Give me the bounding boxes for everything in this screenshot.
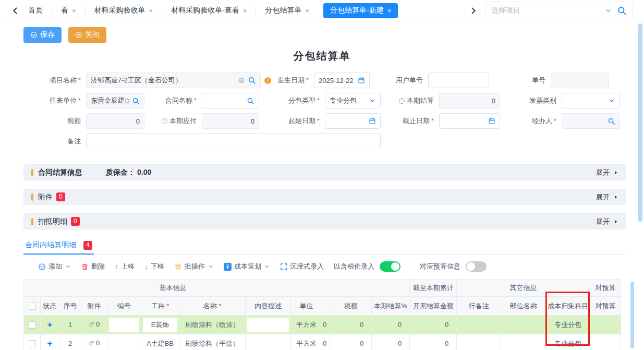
calendar-icon[interactable] bbox=[488, 117, 495, 125]
cell-code[interactable] bbox=[107, 334, 141, 350]
remark-field[interactable] bbox=[86, 134, 381, 149]
invoice-type-select[interactable] bbox=[562, 93, 620, 108]
table-row[interactable]: 1 0 E装饰 刷喷涂料（喷涂） 平方米 0 0 0 0 专业分包 bbox=[24, 316, 621, 334]
section-deduction-detail[interactable]: 扣抵明细 0 展开 bbox=[23, 213, 626, 230]
immersive-entry-button[interactable]: 沉浸式录入 bbox=[280, 262, 324, 271]
cell-name[interactable]: 刷喷涂料（平涂） bbox=[179, 334, 246, 350]
budget-info-toggle[interactable] bbox=[466, 261, 487, 272]
with-tax-toggle[interactable] bbox=[380, 261, 400, 272]
row-checkbox[interactable] bbox=[29, 340, 36, 347]
tab-material-acceptance[interactable]: 材料采购验收单 bbox=[86, 0, 162, 21]
counterparty-field[interactable]: 东营金辰建 bbox=[86, 93, 144, 108]
cell-unit[interactable]: 平方米 bbox=[291, 334, 322, 350]
cell-cost-subject[interactable]: 专业分包 bbox=[546, 334, 590, 350]
table-row[interactable]: 2 0 A土建BB 刷喷涂料（平涂） 平方米 0 0 0 0 专业分包 bbox=[24, 334, 621, 350]
cell-desc-editor[interactable] bbox=[247, 318, 289, 332]
close-icon[interactable] bbox=[72, 7, 76, 14]
question-circle-icon[interactable] bbox=[161, 118, 168, 125]
cell-row-remark[interactable] bbox=[457, 334, 501, 350]
close-icon[interactable] bbox=[387, 7, 392, 14]
close-icon[interactable] bbox=[243, 7, 247, 14]
tab-view-clipped[interactable]: 看 bbox=[52, 0, 85, 21]
section-contract-settlement-info[interactable]: 合同结算信息 质保金：0.00 展开 bbox=[23, 164, 626, 180]
cell-cost-subject[interactable]: 专业分包 bbox=[546, 316, 590, 334]
close-icon[interactable] bbox=[149, 7, 153, 14]
calendar-icon[interactable] bbox=[358, 77, 365, 84]
search-icon[interactable] bbox=[607, 117, 615, 125]
batch-operation-button[interactable]: 批操作 bbox=[174, 262, 214, 271]
search-icon[interactable] bbox=[617, 6, 627, 16]
clear-circle-icon[interactable] bbox=[238, 77, 245, 84]
project-name-field[interactable]: 济邹高速7-2工区（金石公司） bbox=[86, 73, 261, 88]
user-no-field[interactable] bbox=[428, 73, 489, 88]
page-scrollbar[interactable] bbox=[638, 23, 642, 222]
attach-cell[interactable]: 0 bbox=[89, 320, 100, 328]
project-select[interactable]: 选择项目 bbox=[485, 2, 633, 19]
cell-tax[interactable]: 0 bbox=[330, 316, 372, 334]
info-circle-icon[interactable] bbox=[264, 77, 272, 85]
select-all-checkbox[interactable] bbox=[29, 303, 36, 310]
cell-worktype-editor[interactable]: E装饰 bbox=[143, 318, 177, 332]
chevron-left-icon[interactable] bbox=[11, 7, 19, 15]
cell-settle-pct[interactable]: 0 bbox=[372, 334, 410, 350]
tab-contract-settlement-detail[interactable]: 合同内结算明细 4 bbox=[23, 237, 94, 255]
section-marker bbox=[31, 218, 33, 225]
close-circle-icon bbox=[75, 31, 82, 39]
top-tab-bar: 首页 看 材料采购验收单 材料采购验收单-查看 分包结算单 分包结算单-新建 选… bbox=[0, 0, 644, 21]
tab-subcontract-settlement[interactable]: 分包结算单 bbox=[256, 0, 318, 21]
cell-code-editor[interactable] bbox=[109, 318, 139, 332]
chevron-right-icon[interactable] bbox=[469, 7, 477, 15]
cost-planning-button[interactable]: 成本策划 bbox=[224, 262, 270, 271]
search-icon[interactable] bbox=[247, 97, 254, 105]
cell-vs-budget[interactable] bbox=[590, 316, 621, 334]
start-date-label: 起始日期 bbox=[259, 116, 325, 126]
move-down-button[interactable]: 下移 bbox=[144, 262, 164, 271]
cell-part-name[interactable] bbox=[501, 334, 546, 350]
tab-home[interactable]: 首页 bbox=[19, 0, 52, 21]
expand-toggle[interactable]: 展开 bbox=[596, 217, 618, 226]
end-date-field[interactable] bbox=[439, 113, 500, 129]
cell-part-name[interactable] bbox=[501, 316, 546, 334]
chevron-down-icon[interactable] bbox=[604, 7, 612, 15]
cell-desc[interactable] bbox=[246, 334, 291, 350]
calendar-icon[interactable] bbox=[369, 117, 376, 125]
delete-button[interactable]: 删除 bbox=[81, 262, 105, 271]
chevron-down-icon[interactable] bbox=[608, 97, 615, 104]
tax-value: 0 bbox=[91, 117, 140, 125]
contract-name-field[interactable] bbox=[202, 93, 259, 108]
budget-info-toggle-group: 对应预算信息 bbox=[420, 261, 487, 272]
cell-unit[interactable]: 平方米 bbox=[291, 316, 322, 334]
question-circle-icon[interactable] bbox=[398, 98, 405, 104]
tab-subcontract-settlement-new-active[interactable]: 分包结算单-新建 bbox=[323, 3, 398, 18]
add-button[interactable]: 添加 bbox=[38, 262, 71, 271]
save-button[interactable]: 保存 bbox=[23, 27, 62, 43]
cell-settle-pct[interactable]: 0 bbox=[372, 316, 410, 334]
tab-material-acceptance-view[interactable]: 材料采购验收单-查看 bbox=[162, 0, 256, 21]
search-icon[interactable] bbox=[248, 76, 256, 85]
expand-toggle[interactable]: 展开 bbox=[596, 168, 618, 177]
search-icon[interactable] bbox=[132, 97, 140, 105]
close-button[interactable]: 关闭 bbox=[68, 27, 106, 43]
expand-toggle[interactable]: 展开 bbox=[596, 192, 618, 202]
cell-name[interactable]: 刷喷涂料（喷涂） bbox=[179, 316, 246, 334]
row-checkbox[interactable] bbox=[29, 321, 36, 329]
clear-circle-icon[interactable] bbox=[124, 98, 130, 104]
start-date-field[interactable] bbox=[325, 113, 381, 129]
close-icon[interactable] bbox=[305, 7, 309, 14]
chevron-down-icon[interactable] bbox=[369, 97, 376, 104]
budget-info-label: 对应预算信息 bbox=[420, 262, 460, 271]
plus-icon[interactable] bbox=[47, 339, 53, 348]
plus-icon[interactable] bbox=[47, 320, 53, 330]
section-attachments[interactable]: 附件 0 展开 bbox=[23, 189, 626, 205]
handler-field[interactable] bbox=[562, 113, 620, 129]
attach-cell[interactable]: 0 bbox=[89, 339, 100, 347]
cell-row-remark[interactable] bbox=[457, 316, 501, 334]
move-up-button[interactable]: 上移 bbox=[115, 262, 135, 271]
cell-worktype[interactable]: A土建BB bbox=[141, 334, 179, 350]
cell-tax[interactable]: 0 bbox=[330, 334, 372, 350]
occur-date-field[interactable]: 2025-12-22 bbox=[314, 73, 370, 88]
table-scrollbar[interactable] bbox=[630, 282, 634, 348]
cell-vs-budget[interactable] bbox=[590, 334, 621, 350]
doc-no-field bbox=[551, 73, 609, 88]
subcontract-type-select[interactable]: 专业分包 bbox=[325, 93, 381, 108]
